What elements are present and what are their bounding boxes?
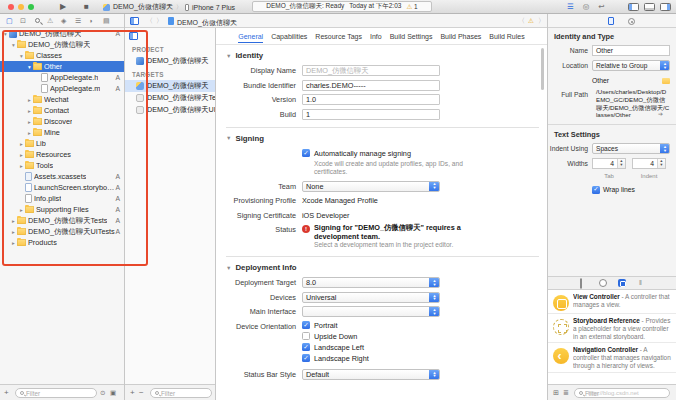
search-navigator-icon[interactable] xyxy=(35,18,40,23)
assistant-editor-button[interactable]: ◎ xyxy=(583,2,590,11)
display-name-field[interactable]: DEMO_仿微信聊天 xyxy=(302,65,440,76)
utilities-divider[interactable] xyxy=(547,14,548,400)
tree-item[interactable]: ▸Tools xyxy=(0,160,124,171)
sidebar-project-item[interactable]: DEMO_仿微信聊天 xyxy=(125,55,215,67)
tab-width-stepper[interactable]: 4▲▼ xyxy=(592,158,626,169)
next-issue-button[interactable]: 〉 xyxy=(538,16,545,26)
tab-build-settings[interactable]: Build Settings xyxy=(390,31,433,42)
disclosure-closed-icon[interactable]: ▸ xyxy=(18,152,25,158)
location-dropdown[interactable]: Relative to Group▲▼ xyxy=(592,60,670,71)
disclosure-closed-icon[interactable]: ▸ xyxy=(10,229,17,235)
targets-filter-field[interactable]: Filter xyxy=(150,388,212,398)
object-library-tab[interactable] xyxy=(618,279,626,287)
tree-item[interactable]: ▸DEMO_仿微信聊天UITestsA xyxy=(0,226,124,237)
tab-capabilities[interactable]: Capabilities xyxy=(271,31,307,42)
orientation-checkbox-upside-down[interactable] xyxy=(302,332,310,340)
tree-item[interactable]: LaunchScreen.storyboardA xyxy=(0,182,124,193)
version-field[interactable]: 1.0 xyxy=(302,94,440,105)
grid-view-icon[interactable]: ⊞ xyxy=(553,388,559,397)
symbol-navigator-icon[interactable]: ⊡ xyxy=(20,17,26,25)
standard-editor-button[interactable]: ☰ xyxy=(567,2,574,11)
close-window-button[interactable] xyxy=(8,4,14,10)
media-library-tab[interactable]: ‖ xyxy=(637,279,645,287)
disclosure-closed-icon[interactable]: ▸ xyxy=(26,130,33,136)
library-item[interactable]: Storyboard Reference - Provides a placeh… xyxy=(548,314,676,343)
disclosure-closed-icon[interactable]: ▸ xyxy=(26,108,33,114)
signing-section-header[interactable]: ▼Signing xyxy=(226,134,547,143)
sidebar-divider[interactable] xyxy=(215,28,216,400)
orientation-checkbox-landscape-right[interactable] xyxy=(302,354,310,362)
library-item[interactable]: Navigation Controller - A controller tha… xyxy=(548,343,676,372)
wrap-lines-checkbox[interactable] xyxy=(592,186,600,194)
tab-build-phases[interactable]: Build Phases xyxy=(440,31,481,42)
file-inspector-tab[interactable] xyxy=(608,17,614,25)
indent-using-dropdown[interactable]: Spaces▲▼ xyxy=(592,143,670,154)
auto-signing-checkbox[interactable] xyxy=(302,149,310,157)
tree-item[interactable]: AppDelegate.mA xyxy=(0,83,124,94)
toggle-debug-area-button[interactable] xyxy=(644,3,655,11)
indent-width-stepper[interactable]: 4▲▼ xyxy=(632,158,666,169)
orientation-checkbox-portrait[interactable] xyxy=(302,321,310,329)
name-field[interactable]: Other xyxy=(592,45,670,56)
forward-button[interactable]: 〉 xyxy=(156,16,163,26)
tree-item[interactable]: ▸Mine xyxy=(0,127,124,138)
tree-item[interactable]: ▸Supporting FilesA xyxy=(0,204,124,215)
editor-scrollbar[interactable] xyxy=(541,48,544,90)
quick-help-inspector-tab[interactable] xyxy=(628,18,635,25)
status-bar-style-dropdown[interactable]: Default▲▼ xyxy=(302,369,440,380)
tree-item[interactable]: AppDelegate.hA xyxy=(0,72,124,83)
toggle-utilities-button[interactable] xyxy=(660,3,671,11)
disclosure-closed-icon[interactable]: ▸ xyxy=(26,97,33,103)
tab-general[interactable]: General xyxy=(238,31,263,42)
disclosure-open-icon[interactable]: ▾ xyxy=(18,53,25,59)
breakpoint-navigator-icon[interactable]: ◗ xyxy=(89,17,93,25)
code-snippet-library-tab[interactable] xyxy=(599,279,607,287)
remove-target-button[interactable]: − xyxy=(139,388,144,397)
disclosure-closed-icon[interactable]: ▸ xyxy=(18,207,25,213)
report-navigator-icon[interactable]: ▤ xyxy=(103,17,110,25)
disclosure-closed-icon[interactable]: ▸ xyxy=(18,141,25,147)
project-navigator-icon[interactable]: ▢ xyxy=(6,17,13,25)
disclosure-closed-icon[interactable]: ▸ xyxy=(26,119,33,125)
disclosure-closed-icon[interactable]: ▸ xyxy=(10,218,17,224)
list-view-icon[interactable]: ≣ xyxy=(563,388,569,397)
tree-item[interactable]: ▸Discover xyxy=(0,116,124,127)
scm-filter-icon[interactable]: ▣ xyxy=(110,388,116,397)
sidebar-target-item[interactable]: DEMO_仿微信聊天Tests xyxy=(125,92,215,104)
tree-item[interactable]: ▸Products xyxy=(0,237,124,248)
deployment-section-header[interactable]: ▼Deployment Info xyxy=(226,263,547,272)
bundle-identifier-field[interactable]: charles.DEMO----- xyxy=(302,80,440,91)
tree-item[interactable]: Assets.xcassetsA xyxy=(0,171,124,182)
tree-item[interactable]: Info.plistA xyxy=(0,193,124,204)
sidebar-target-item[interactable]: DEMO_仿微信聊天 xyxy=(125,80,215,92)
minimize-window-button[interactable] xyxy=(18,4,24,10)
disclosure-closed-icon[interactable]: ▸ xyxy=(10,240,17,246)
tree-item[interactable]: ▾DEMO_仿微信聊天 xyxy=(0,39,124,50)
orientation-checkbox-landscape-left[interactable] xyxy=(302,343,310,351)
disclosure-open-icon[interactable]: ▾ xyxy=(10,42,17,48)
scheme-selector[interactable]: DEMO_仿微信聊天 〉 iPhone 7 Plus xyxy=(103,2,235,12)
tab-resource-tags[interactable]: Resource Tags xyxy=(315,31,362,42)
tree-item[interactable]: ▸Contact xyxy=(0,105,124,116)
version-editor-button[interactable]: ↩ xyxy=(598,2,604,11)
tree-item[interactable]: ▸Resources xyxy=(0,149,124,160)
disclosure-open-icon[interactable]: ▾ xyxy=(2,31,9,37)
tab-info[interactable]: Info xyxy=(370,31,382,42)
test-navigator-icon[interactable]: ◈ xyxy=(61,17,66,25)
identity-section-header[interactable]: ▼Identity xyxy=(226,51,547,60)
zoom-window-button[interactable] xyxy=(28,4,34,10)
hide-sidebar-icon[interactable] xyxy=(129,32,138,40)
reveal-in-finder-icon[interactable]: ➔ xyxy=(658,111,663,119)
devices-dropdown[interactable]: Universal▲▼ xyxy=(302,292,440,303)
team-dropdown[interactable]: None▲▼ xyxy=(302,181,440,192)
stop-button[interactable]: ■ xyxy=(84,2,89,12)
tree-item[interactable]: ▸Wechat xyxy=(0,94,124,105)
previous-issue-button[interactable]: 〈 xyxy=(518,16,525,26)
tree-item[interactable]: ▸DEMO_仿微信聊天TestsA xyxy=(0,215,124,226)
tree-item[interactable]: ▾Other xyxy=(0,61,124,72)
recent-files-filter-icon[interactable]: ⊙ xyxy=(100,388,105,397)
sidebar-target-item[interactable]: DEMO_仿微信聊天UITe… xyxy=(125,104,215,116)
tree-item[interactable]: ▾Classes xyxy=(0,50,124,61)
navigator-filter-field[interactable]: Filter xyxy=(15,388,97,398)
jump-bar-document[interactable]: DEMO_仿微信聊天 xyxy=(177,18,237,28)
